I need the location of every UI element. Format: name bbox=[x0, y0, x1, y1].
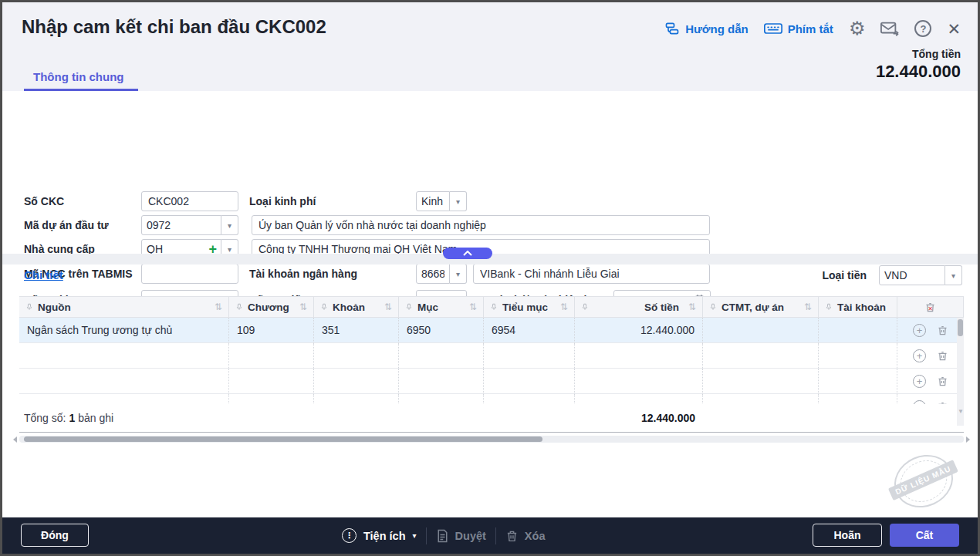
close-button[interactable]: Đóng bbox=[21, 524, 89, 547]
commitment-entry-window: Nhập cam kết chi ban đầu CKC002 Hướng dẫ… bbox=[0, 0, 980, 556]
table-row-empty[interactable]: + bbox=[19, 394, 964, 404]
table-row-empty[interactable]: + bbox=[19, 369, 964, 394]
pin-icon bbox=[320, 302, 328, 312]
pin-icon bbox=[825, 302, 833, 312]
cell-nguon[interactable]: Ngân sách Trung ương tự chủ bbox=[19, 318, 229, 342]
sample-data-watermark: DỮ LIỆU MẪU bbox=[883, 442, 965, 521]
pin-icon bbox=[405, 302, 413, 312]
action-bar-center: ⋮ Tiện ích ▾ Duyệt X bbox=[342, 517, 545, 554]
header-actions: Hướng dẫn Phím tắt ⚙ ? ✕ bbox=[664, 19, 961, 38]
action-bar: Đóng ⋮ Tiện ích ▾ Duyệt bbox=[2, 517, 978, 554]
cell-so-tien[interactable]: 12.440.000 bbox=[575, 318, 703, 342]
general-info-form: Số CKC Loại kinh phí ▾ Mã dự án đầu tư ▾… bbox=[2, 91, 978, 254]
ma-du-an-combo: ▾ bbox=[141, 215, 238, 235]
loai-kinh-phi-label: Loại kinh phí bbox=[249, 191, 316, 211]
record-count-value: 1 bbox=[69, 412, 75, 424]
shortcut-link[interactable]: Phím tắt bbox=[764, 22, 833, 35]
vertical-scrollbar[interactable]: ▼ bbox=[957, 318, 964, 426]
currency-dropdown-button[interactable]: ▾ bbox=[945, 265, 962, 285]
sort-icon[interactable]: ⇅ bbox=[299, 302, 307, 312]
pin-icon bbox=[709, 302, 717, 312]
pin-icon bbox=[235, 302, 243, 312]
chevron-down-icon: ▾ bbox=[951, 271, 955, 280]
vertical-scrollbar-thumb[interactable] bbox=[958, 319, 963, 336]
chevron-down-icon: ▾ bbox=[456, 197, 460, 206]
red-x-icon: ✕ bbox=[928, 305, 933, 312]
sort-icon[interactable]: ⇅ bbox=[469, 302, 477, 312]
total-amount-label: Tổng tiền bbox=[912, 48, 961, 60]
cell-chuong[interactable]: 109 bbox=[229, 318, 314, 342]
cell-khoan[interactable]: 351 bbox=[314, 318, 399, 342]
sort-icon[interactable]: ⇅ bbox=[688, 302, 696, 312]
delete-row-icon[interactable] bbox=[937, 350, 948, 362]
ma-du-an-dropdown-button[interactable]: ▾ bbox=[221, 215, 238, 235]
delete-row-icon[interactable] bbox=[937, 376, 948, 387]
bank-name-input[interactable] bbox=[473, 264, 710, 284]
gear-icon[interactable]: ⚙ bbox=[849, 19, 866, 38]
col-header-tai-khoan[interactable]: Tài khoản bbox=[819, 297, 897, 317]
window-header: Nhập cam kết chi ban đầu CKC002 Hướng dẫ… bbox=[2, 2, 978, 91]
table-row[interactable]: Ngân sách Trung ương tự chủ 109 351 6950… bbox=[19, 318, 964, 343]
add-row-icon[interactable]: + bbox=[913, 324, 926, 337]
detail-section-link[interactable]: Chi tiết bbox=[24, 268, 63, 281]
col-header-nguon[interactable]: Nguồn ⇅ bbox=[19, 297, 229, 317]
ma-du-an-label: Mã dự án đầu tư bbox=[24, 215, 109, 235]
trash-icon bbox=[505, 529, 519, 543]
chevron-down-icon: ▾ bbox=[228, 221, 231, 230]
scroll-down-icon[interactable]: ▼ bbox=[958, 408, 964, 415]
cell-muc[interactable]: 6950 bbox=[399, 318, 484, 342]
col-header-chuong[interactable]: Chương ⇅ bbox=[229, 297, 314, 317]
col-header-so-tien[interactable]: Số tiền ⇅ bbox=[575, 297, 703, 317]
so-ckc-label: Số CKC bbox=[24, 191, 64, 211]
collapse-form-button[interactable] bbox=[443, 248, 492, 259]
delete-button[interactable]: Xóa bbox=[505, 529, 546, 543]
table-row-empty[interactable]: + bbox=[19, 343, 964, 369]
sort-icon[interactable]: ⇅ bbox=[384, 302, 392, 312]
approve-button[interactable]: Duyệt bbox=[436, 529, 486, 543]
add-row-icon[interactable]: + bbox=[913, 375, 926, 388]
currency-field: Loại tiền ▾ bbox=[822, 265, 962, 285]
currency-input[interactable] bbox=[879, 265, 945, 285]
ma-ncc-tabmis-input[interactable] bbox=[141, 264, 238, 284]
bank-account-input[interactable] bbox=[416, 264, 450, 284]
add-row-icon[interactable]: + bbox=[913, 349, 926, 362]
document-icon bbox=[436, 529, 449, 543]
help-icon[interactable]: ? bbox=[914, 20, 931, 37]
sort-icon[interactable]: ⇅ bbox=[804, 302, 812, 312]
col-header-khoan[interactable]: Khoản ⇅ bbox=[314, 297, 399, 317]
ma-du-an-input[interactable] bbox=[141, 215, 221, 235]
so-ckc-input[interactable] bbox=[141, 191, 238, 211]
table-header-row: Nguồn ⇅ Chương ⇅ Khoản ⇅ Mục ⇅ Tiểu mục bbox=[19, 296, 964, 318]
page-title: Nhập cam kết chi ban đầu CKC002 bbox=[22, 16, 326, 38]
postpone-button[interactable]: Hoãn bbox=[813, 524, 882, 547]
col-header-ctmt[interactable]: CTMT, dự án ⇅ bbox=[703, 297, 819, 317]
bank-account-dropdown-button[interactable]: ▾ bbox=[450, 264, 467, 284]
chevron-down-icon: ▾ bbox=[413, 531, 417, 540]
horizontal-scrollbar-thumb[interactable] bbox=[24, 436, 542, 442]
col-header-muc[interactable]: Mục ⇅ bbox=[399, 297, 484, 317]
col-header-tieu-muc[interactable]: Tiểu mục ⇅ bbox=[484, 297, 575, 317]
cell-ctmt[interactable] bbox=[703, 318, 819, 342]
delete-all-rows-button[interactable]: ✕ bbox=[897, 297, 964, 317]
loai-kinh-phi-input[interactable] bbox=[416, 191, 450, 211]
cell-tai-khoan[interactable] bbox=[819, 318, 897, 342]
loai-kinh-phi-dropdown-button[interactable]: ▾ bbox=[450, 191, 467, 211]
mail-send-icon[interactable] bbox=[880, 21, 899, 36]
close-icon[interactable]: ✕ bbox=[947, 21, 961, 37]
horizontal-scrollbar[interactable] bbox=[19, 436, 964, 443]
tab-general-info[interactable]: Thông tin chung bbox=[33, 70, 123, 83]
cell-tieu-muc[interactable]: 6954 bbox=[484, 318, 575, 342]
delete-row-icon[interactable] bbox=[937, 325, 948, 336]
scroll-left-icon[interactable] bbox=[13, 436, 17, 443]
sort-icon[interactable]: ⇅ bbox=[215, 302, 222, 312]
currency-combo: ▾ bbox=[879, 265, 962, 285]
table-body: Ngân sách Trung ương tự chủ 109 351 6950… bbox=[19, 318, 964, 404]
guide-link[interactable]: Hướng dẫn bbox=[664, 21, 749, 36]
save-button[interactable]: Cất bbox=[890, 524, 959, 547]
sort-icon[interactable]: ⇅ bbox=[560, 302, 568, 312]
ma-du-an-name-input[interactable] bbox=[252, 215, 710, 235]
currency-label: Loại tiền bbox=[822, 269, 867, 281]
pin-icon bbox=[25, 302, 33, 312]
utilities-button[interactable]: ⋮ Tiện ích ▾ bbox=[342, 528, 417, 543]
scroll-right-icon[interactable] bbox=[966, 436, 970, 443]
